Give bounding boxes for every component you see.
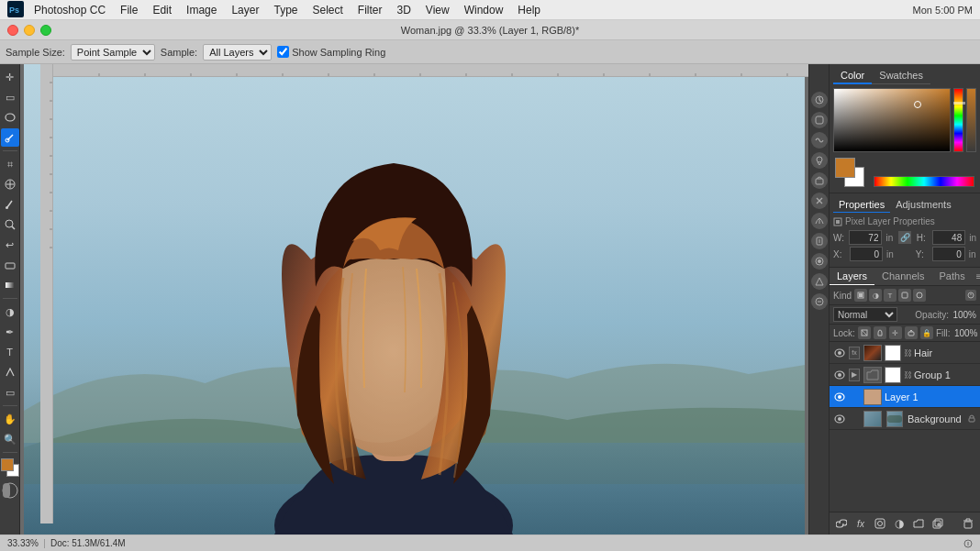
menu-photoshop[interactable]: Photoshop CC — [28, 2, 112, 18]
fill-value[interactable]: 100% — [952, 328, 977, 338]
far-right-icon-5[interactable] — [811, 172, 828, 189]
menu-view[interactable]: View — [419, 2, 456, 18]
opacity-value[interactable]: 100% — [951, 310, 976, 320]
shape-tool[interactable]: ▭ — [1, 383, 19, 402]
sample-select[interactable]: All Layers — [203, 44, 272, 61]
layer-visibility-hair[interactable] — [833, 347, 846, 359]
layer-item-background[interactable]: Background — [830, 408, 980, 430]
close-button[interactable] — [7, 25, 18, 36]
show-sampling-ring-label[interactable]: Show Sampling Ring — [277, 46, 385, 58]
new-fill-layer-btn[interactable]: ◑ — [891, 515, 908, 532]
h-input[interactable] — [932, 230, 965, 245]
x-input[interactable] — [850, 247, 883, 261]
lock-pixels-icon[interactable] — [874, 326, 886, 339]
adjustment-filter-icon[interactable]: ◑ — [869, 289, 882, 302]
menu-image[interactable]: Image — [180, 2, 223, 18]
filter-toggle[interactable] — [965, 290, 976, 301]
far-right-icon-7[interactable] — [811, 213, 828, 229]
toolbar-quick-mask[interactable] — [2, 482, 18, 501]
maximize-button[interactable] — [40, 25, 51, 36]
toolbar-color-fg[interactable] — [1, 458, 19, 477]
zoom-tool[interactable]: 🔍 — [1, 430, 19, 448]
pixel-filter-icon[interactable] — [854, 289, 867, 302]
foreground-color[interactable] — [835, 158, 855, 178]
far-right-icon-4[interactable] — [811, 152, 828, 169]
canvas[interactable] — [24, 64, 805, 534]
far-right-icon-9[interactable] — [811, 253, 828, 270]
menu-select[interactable]: Select — [306, 2, 349, 18]
color-gradient[interactable] — [833, 88, 951, 152]
delete-layer-btn[interactable] — [960, 515, 976, 532]
clone-tool[interactable] — [1, 215, 19, 234]
layers-tab[interactable]: Layers — [830, 268, 874, 285]
channels-tab[interactable]: Channels — [874, 268, 931, 285]
hand-tool[interactable]: ✋ — [1, 410, 19, 428]
hue-slider[interactable] — [953, 88, 963, 152]
layer-visibility-group1[interactable] — [833, 369, 846, 381]
gradient-tool[interactable] — [1, 276, 19, 294]
color-swap-area[interactable] — [835, 158, 868, 187]
far-right-icon-10[interactable] — [811, 273, 828, 290]
color-tab[interactable]: Color — [833, 68, 872, 84]
lock-position-icon[interactable]: ✛ — [889, 326, 902, 339]
menu-layer[interactable]: Layer — [225, 2, 265, 18]
minimize-button[interactable] — [24, 25, 35, 36]
new-layer-btn[interactable] — [930, 515, 946, 532]
adjustments-tab[interactable]: Adjustments — [890, 197, 957, 213]
dodge-tool[interactable]: ◑ — [1, 303, 19, 321]
menu-window[interactable]: Window — [458, 2, 510, 18]
new-group-btn[interactable] — [910, 515, 927, 532]
layer-item-group1[interactable]: ▶ ⛓ Group 1 — [830, 364, 980, 386]
color-picker-area[interactable] — [833, 88, 976, 152]
marquee-tool[interactable]: ▭ — [1, 88, 19, 106]
menu-file[interactable]: File — [114, 2, 144, 18]
menu-type[interactable]: Type — [267, 2, 304, 18]
far-right-icon-2[interactable] — [811, 112, 828, 128]
menu-help[interactable]: Help — [511, 2, 547, 18]
layer-visibility-layer1[interactable] — [833, 391, 846, 403]
layer-item-hair[interactable]: fx ⛓ Hair — [830, 342, 980, 364]
swatches-tab[interactable]: Swatches — [872, 68, 930, 84]
pen-tool[interactable]: ✒ — [1, 323, 19, 341]
healing-tool[interactable] — [1, 175, 19, 193]
menu-edit[interactable]: Edit — [146, 2, 178, 18]
canvas-area[interactable] — [20, 64, 808, 534]
smart-filter-icon[interactable] — [913, 289, 926, 302]
y-input[interactable] — [932, 247, 965, 261]
alpha-slider[interactable] — [966, 88, 976, 152]
far-right-icon-3[interactable] — [811, 132, 828, 149]
crop-tool[interactable]: ⌗ — [1, 155, 19, 173]
layer-visibility-background[interactable] — [833, 413, 846, 425]
eyedropper-tool[interactable] — [1, 128, 19, 147]
properties-tab[interactable]: Properties — [833, 197, 890, 213]
type-filter-icon[interactable]: T — [884, 289, 896, 302]
shape-filter-icon[interactable] — [898, 289, 911, 302]
far-right-icon-8[interactable] — [811, 233, 828, 249]
far-right-icon-1[interactable] — [811, 92, 828, 108]
lock-transparent-icon[interactable] — [858, 326, 871, 339]
paths-tab[interactable]: Paths — [932, 268, 973, 285]
move-tool[interactable]: ✛ — [1, 68, 19, 86]
w-input[interactable] — [849, 230, 882, 245]
lock-artboard-icon[interactable] — [905, 326, 918, 339]
blend-mode-select[interactable]: Normal — [833, 307, 897, 322]
menu-filter[interactable]: Filter — [351, 2, 389, 18]
eraser-tool[interactable] — [1, 256, 19, 274]
lasso-tool[interactable] — [1, 108, 19, 127]
far-right-icon-11[interactable] — [811, 293, 828, 310]
type-tool[interactable]: T — [1, 343, 19, 361]
link-layers-btn[interactable] — [833, 515, 850, 532]
add-mask-btn[interactable] — [872, 515, 888, 532]
spectrum-strip[interactable] — [874, 176, 974, 187]
sample-size-select[interactable]: Point Sample — [71, 44, 155, 61]
layer-item-layer1[interactable]: Layer 1 — [830, 386, 980, 408]
show-sampling-ring-checkbox[interactable] — [277, 46, 289, 58]
lock-all-icon[interactable]: 🔒 — [920, 326, 933, 339]
path-select-tool[interactable] — [1, 363, 19, 381]
link-button[interactable]: 🔗 — [898, 231, 910, 244]
fx-btn[interactable]: fx — [852, 515, 869, 532]
far-right-icon-6[interactable] — [811, 193, 828, 209]
history-brush-tool[interactable]: ↩ — [1, 236, 19, 254]
menu-3d[interactable]: 3D — [391, 2, 418, 18]
brush-tool[interactable] — [1, 195, 19, 214]
